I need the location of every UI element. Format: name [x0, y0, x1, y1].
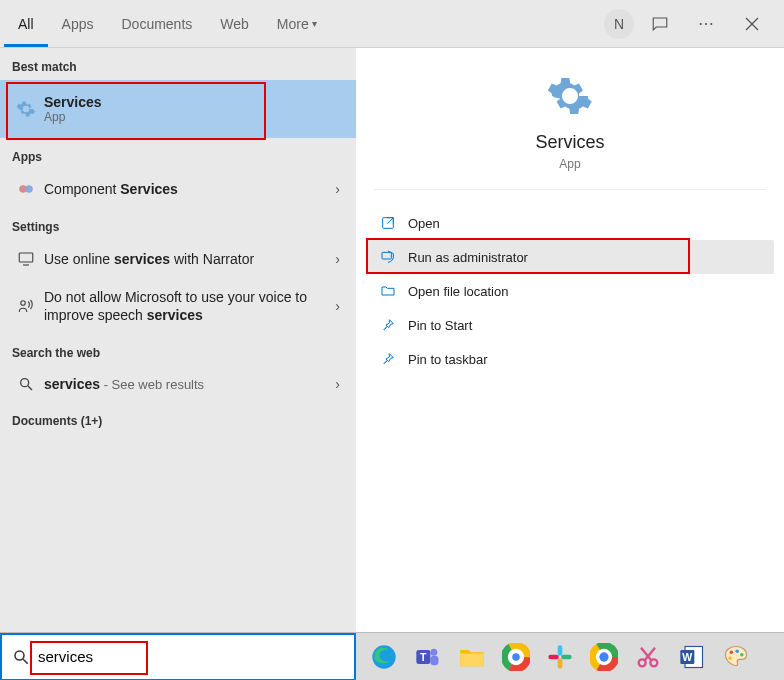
action-open-file-location[interactable]: Open file location — [366, 274, 774, 308]
result-services[interactable]: Services App — [0, 80, 356, 138]
tab-documents[interactable]: Documents — [107, 1, 206, 47]
taskbar-explorer-icon[interactable] — [452, 637, 492, 677]
result-subtitle: App — [44, 110, 344, 124]
detail-title: Services — [356, 132, 784, 153]
tab-web[interactable]: Web — [206, 1, 263, 47]
chevron-down-icon: ▾ — [312, 18, 317, 29]
tab-apps[interactable]: Apps — [48, 1, 108, 47]
svg-rect-19 — [460, 653, 483, 666]
section-best-match: Best match — [0, 48, 356, 80]
svg-point-17 — [430, 648, 437, 655]
result-component-services[interactable]: Component Services › — [0, 170, 356, 208]
result-narrator-services[interactable]: Use online services with Narrator › — [0, 240, 356, 278]
svg-point-45 — [728, 656, 732, 660]
action-run-as-administrator[interactable]: Run as administrator — [366, 240, 774, 274]
action-pin-to-start[interactable]: Pin to Start — [366, 308, 774, 342]
taskbar-word-icon[interactable]: W — [672, 637, 712, 677]
svg-rect-18 — [430, 655, 438, 664]
svg-point-43 — [735, 649, 739, 653]
detail-panel: Services App Open Run as administrator O… — [356, 48, 784, 632]
svg-point-12 — [15, 651, 24, 660]
user-avatar[interactable]: N — [604, 9, 634, 39]
section-documents: Documents (1+) — [0, 402, 356, 434]
tab-more[interactable]: More▾ — [263, 1, 331, 47]
svg-point-3 — [25, 185, 33, 193]
svg-point-6 — [21, 301, 26, 306]
open-icon — [376, 215, 400, 231]
taskbar-chrome-icon[interactable] — [496, 637, 536, 677]
admin-icon — [376, 249, 400, 265]
svg-text:T: T — [420, 650, 427, 662]
gear-icon — [12, 99, 40, 119]
svg-rect-28 — [558, 658, 563, 669]
search-icon — [12, 648, 30, 666]
taskbar-slack-icon[interactable] — [540, 637, 580, 677]
search-input[interactable] — [38, 648, 344, 665]
svg-rect-26 — [558, 645, 563, 656]
section-search-web: Search the web — [0, 334, 356, 366]
search-box[interactable] — [0, 633, 356, 681]
taskbar-edge-icon[interactable] — [364, 637, 404, 677]
chevron-right-icon: › — [331, 376, 344, 392]
svg-point-7 — [21, 379, 29, 387]
taskbar: T W — [0, 632, 784, 680]
taskbar-teams-icon[interactable]: T — [408, 637, 448, 677]
tab-all[interactable]: All — [4, 1, 48, 47]
svg-rect-11 — [382, 252, 391, 259]
detail-subtitle: App — [356, 157, 784, 171]
svg-point-34 — [599, 652, 608, 661]
chevron-right-icon: › — [331, 298, 344, 314]
result-speech-services[interactable]: Do not allow Microsoft to use your voice… — [0, 278, 356, 334]
svg-rect-4 — [19, 253, 33, 262]
pin-icon — [376, 351, 400, 367]
result-web-search[interactable]: services - See web results › — [0, 366, 356, 402]
action-pin-to-taskbar[interactable]: Pin to taskbar — [366, 342, 774, 376]
monitor-icon — [12, 250, 40, 268]
section-settings: Settings — [0, 208, 356, 240]
svg-line-10 — [387, 218, 393, 224]
component-icon — [12, 180, 40, 198]
feedback-icon[interactable] — [640, 4, 680, 44]
action-open[interactable]: Open — [366, 206, 774, 240]
chevron-right-icon: › — [331, 251, 344, 267]
results-panel: Best match Services App Apps Component S… — [0, 48, 356, 632]
gear-icon — [546, 72, 594, 120]
svg-line-13 — [23, 659, 28, 664]
svg-line-8 — [28, 386, 32, 390]
taskbar-snip-icon[interactable] — [628, 637, 668, 677]
pin-icon — [376, 317, 400, 333]
taskbar-chrome-canary-icon[interactable] — [584, 637, 624, 677]
folder-icon — [376, 283, 400, 299]
section-apps: Apps — [0, 138, 356, 170]
svg-point-42 — [730, 650, 734, 654]
svg-rect-29 — [548, 654, 559, 659]
voice-icon — [12, 297, 40, 315]
taskbar-paint-icon[interactable] — [716, 637, 756, 677]
search-icon — [12, 376, 40, 392]
more-options-icon[interactable]: ⋯ — [686, 4, 726, 44]
svg-point-44 — [740, 652, 744, 656]
chevron-right-icon: › — [331, 181, 344, 197]
svg-rect-27 — [561, 654, 572, 659]
close-icon[interactable] — [732, 4, 772, 44]
search-tabs: All Apps Documents Web More▾ N ⋯ — [0, 0, 784, 48]
svg-text:W: W — [682, 650, 692, 662]
result-title: Services — [44, 94, 102, 110]
